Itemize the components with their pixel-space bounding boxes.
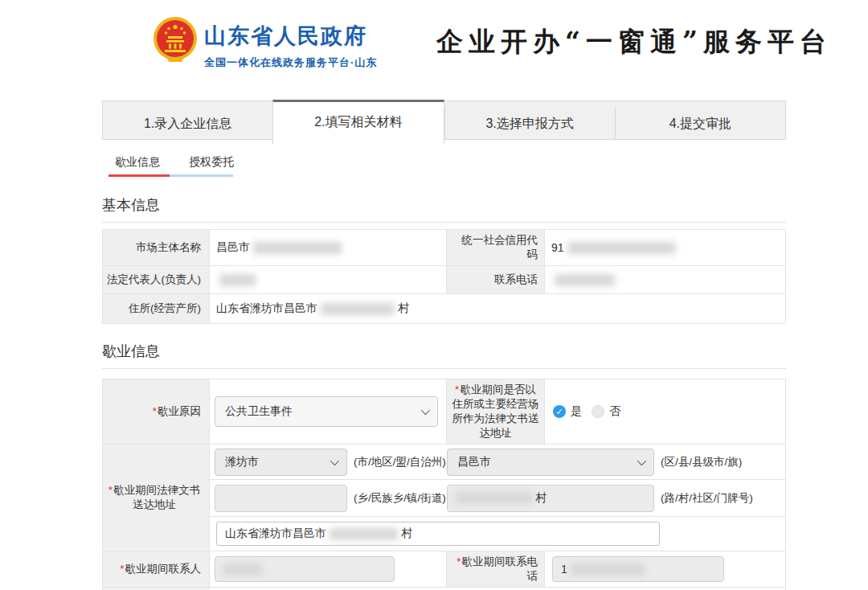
table-row: *歇业期间法律文书 送达地址 潍坊市 (市/地区/盟/自治州) 昌邑市 (区/县… [103, 445, 785, 551]
contact-phone-value [545, 266, 785, 293]
redacted-blur [253, 242, 342, 254]
legal-rep-label: 法定代表人(负责人) [103, 266, 210, 293]
county-hint: (区/县/县级市/旗) [661, 455, 742, 469]
tab-step-1[interactable]: 1.录入企业信息 [103, 107, 272, 139]
suspension-phone-cell: 1 [545, 551, 785, 587]
delivery-question-label: *歇业期间是否以住所或主要经营场所作为法律文书送达地址 [446, 379, 545, 444]
suspension-reason-cell: 公共卫生事件 [210, 379, 446, 444]
market-name-value: 昌邑市 [210, 230, 446, 265]
redacted-blur [567, 242, 676, 254]
chevron-down-icon [421, 406, 430, 415]
redacted-blur [223, 563, 262, 576]
table-row: 市场主体名称 昌邑市 统一社会信用代码 91 [103, 230, 785, 266]
page-header: 山东省人民政府 全国一体化在线政务服务平台·山东 企业开办“一窗通”服务平台 [0, 0, 868, 100]
suspension-info-table: *歇业原因 公共卫生事件 *歇业期间是否以住所或主要经营场所作为法律文书送达地址… [102, 379, 786, 590]
redacted-blur [571, 563, 645, 576]
platform-title: 企业开办“一窗通”服务平台 [436, 24, 832, 60]
town-hint: (乡/民族乡/镇/街道) [354, 491, 444, 506]
main-content: 1.录入企业信息 2.填写相关材料 3.选择申报方式 4.提交审批 歇业信息 授… [102, 100, 786, 590]
redacted-blur [321, 303, 395, 315]
table-row: *歇业原因 公共卫生事件 *歇业期间是否以住所或主要经营场所作为法律文书送达地址… [103, 379, 785, 445]
credit-code-label: 统一社会信用代码 [446, 230, 545, 265]
redacted-blur [456, 492, 532, 504]
suspension-reason-label: *歇业原因 [103, 379, 210, 444]
chevron-down-icon [330, 456, 339, 465]
inactive-subtab-underline [170, 174, 233, 177]
legal-address-label: *歇业期间法律文书 送达地址 [103, 445, 210, 551]
sub-tabs: 歇业信息 授权委托 [102, 155, 786, 170]
chevron-down-icon [637, 456, 646, 465]
table-row: *歇业期间联系人 *歇业期间联系电话 1 [103, 551, 785, 588]
active-subtab-underline [108, 174, 170, 177]
radio-no-unchecked[interactable] [592, 405, 604, 418]
radio-yes-label[interactable]: 是 [571, 404, 582, 419]
contact-phone-label: 联系电话 [446, 266, 545, 293]
suspension-reason-select[interactable]: 公共卫生事件 [215, 396, 438, 427]
gov-site-subtitle: 全国一体化在线政务服务平台·山东 [204, 55, 377, 70]
suspension-contact-label: *歇业期间联系人 [103, 551, 210, 587]
radio-yes-checked[interactable]: ✓ [553, 405, 566, 418]
village-input[interactable]: 村 [447, 485, 654, 512]
city-hint: (市/地区/盟/自治州) [354, 455, 444, 469]
step-tabs: 1.录入企业信息 2.填写相关材料 3.选择申报方式 4.提交审批 [102, 100, 786, 140]
residence-label: 住所(经营产所) [103, 294, 210, 323]
tab-step-4[interactable]: 4.提交审批 [615, 107, 785, 139]
table-row: 法定代表人(负责人) 联系电话 [103, 266, 785, 294]
suspension-contact-cell [210, 551, 446, 587]
credit-code-value: 91 [545, 230, 785, 265]
delivery-options-cell: ✓ 是 否 [545, 379, 785, 444]
redacted-blur [330, 528, 398, 540]
subtab-underlines [108, 174, 786, 177]
village-hint: (路/村/社区/门牌号) [661, 491, 753, 506]
table-row: 住所(经营产所) 山东省潍坊市昌邑市村 [103, 294, 785, 323]
legal-rep-value [210, 266, 446, 293]
redacted-blur [219, 274, 256, 286]
city-select[interactable]: 潍坊市 [215, 449, 347, 476]
basic-info-title: 基本信息 [102, 195, 786, 223]
suspension-phone-input[interactable]: 1 [552, 556, 724, 582]
subtab-authorization[interactable]: 授权委托 [189, 155, 234, 170]
tab-step-2-active[interactable]: 2.填写相关材料 [272, 100, 444, 144]
full-address-input[interactable]: 山东省潍坊市昌邑市村 [216, 522, 660, 546]
radio-no-label[interactable]: 否 [609, 404, 620, 419]
suspension-phone-label: *歇业期间联系电话 [446, 551, 545, 587]
national-emblem-logo [153, 16, 198, 64]
county-select[interactable]: 昌邑市 [447, 449, 654, 476]
gov-site-name: 山东省人民政府 [204, 22, 377, 51]
suspension-contact-input[interactable] [215, 556, 395, 582]
residence-value: 山东省潍坊市昌邑市村 [210, 294, 785, 323]
market-name-label: 市场主体名称 [103, 230, 210, 265]
suspension-info-title: 歇业信息 [102, 342, 786, 369]
tabs-top-strip [102, 100, 786, 107]
basic-info-table: 市场主体名称 昌邑市 统一社会信用代码 91 法定代表人(负责人) 联系电话 住… [102, 229, 786, 324]
town-input[interactable] [215, 485, 347, 512]
tab-step-3[interactable]: 3.选择申报方式 [444, 107, 615, 139]
subtab-suspension-info[interactable]: 歇业信息 [115, 155, 160, 170]
redacted-blur [555, 274, 615, 286]
